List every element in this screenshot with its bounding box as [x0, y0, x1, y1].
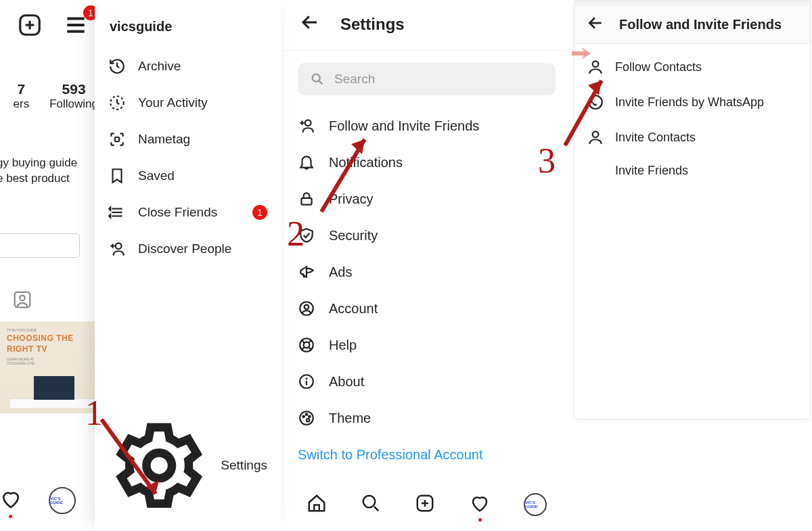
following-count: 593 [49, 81, 98, 97]
nav-home-icon[interactable] [307, 493, 327, 516]
invite-whatsapp[interactable]: Invite Friends by WhatsApp [583, 85, 802, 120]
nav-activity-icon[interactable] [470, 493, 490, 516]
drawer-archive[interactable]: Archive [95, 48, 281, 85]
tagged-tab-icon[interactable] [12, 290, 32, 313]
profile-bio: gy buying guide e best product [0, 156, 77, 187]
svg-line-34 [309, 347, 311, 350]
switch-pro-link[interactable]: Switch to Professional Account [283, 442, 570, 468]
step-3-label: 3 [538, 143, 556, 179]
svg-point-37 [306, 378, 307, 379]
svg-point-7 [20, 296, 25, 301]
svg-point-39 [302, 416, 304, 418]
drawer-discover[interactable]: Discover People [95, 231, 281, 267]
profile-stats: 7ers 593Following [0, 81, 98, 111]
search-placeholder: Search [334, 72, 375, 87]
svg-marker-14 [109, 214, 110, 217]
nav-new-icon[interactable] [415, 493, 435, 516]
settings-help[interactable]: Help [298, 327, 556, 363]
close-friends-badge: 1 [252, 205, 267, 220]
svg-line-52 [102, 419, 156, 494]
settings-theme[interactable]: Theme [298, 400, 556, 436]
back-icon[interactable] [587, 14, 604, 35]
invite-friends[interactable]: Invite Friends [583, 155, 802, 187]
drawer-close-friends[interactable]: Close Friends 1 [95, 194, 281, 231]
svg-line-32 [309, 340, 311, 342]
nav-search-icon[interactable] [361, 493, 381, 516]
svg-point-42 [307, 419, 309, 421]
svg-point-22 [305, 120, 311, 126]
svg-line-26 [303, 273, 304, 278]
settings-search[interactable]: Search [298, 63, 556, 95]
svg-rect-9 [115, 137, 120, 142]
drawer-nametag[interactable]: Nametag [95, 121, 281, 158]
settings-title: Settings [340, 15, 405, 34]
drawer-item-label: Archive [138, 59, 181, 74]
follow-invite-title: Follow and Invite Friends [619, 17, 782, 32]
back-icon[interactable] [300, 12, 320, 37]
follow-contacts[interactable]: Follow Contacts [583, 49, 802, 85]
svg-rect-6 [15, 292, 30, 308]
step-3-arrow [558, 71, 612, 152]
svg-line-21 [319, 81, 323, 85]
svg-marker-13 [109, 207, 110, 210]
drawer-item-label: Your Activity [138, 95, 208, 110]
svg-point-41 [309, 416, 311, 418]
svg-point-28 [304, 305, 309, 310]
drawer-settings-label: Settings [221, 458, 267, 473]
settings-ads[interactable]: Ads [298, 254, 556, 290]
step-2-arrow [308, 127, 376, 222]
drawer-saved[interactable]: Saved [95, 158, 281, 194]
invite-contacts[interactable]: Invite Contacts [583, 120, 802, 155]
svg-point-43 [363, 496, 376, 508]
drawer-activity[interactable]: Your Activity [95, 85, 281, 121]
svg-line-44 [374, 507, 378, 511]
drawer-item-label: Close Friends [138, 205, 217, 220]
drawer-item-label: Discover People [138, 241, 231, 256]
svg-point-15 [116, 243, 122, 249]
menu-icon[interactable]: 1 [63, 12, 89, 41]
settings-about[interactable]: About [298, 363, 556, 400]
svg-point-30 [304, 342, 310, 348]
step-1-arrow [95, 413, 169, 507]
edit-profile-button[interactable] [0, 233, 80, 258]
profile-avatar[interactable]: VIC'S GUIDE [49, 487, 76, 514]
settings-panel: Settings Search Follow and Invite Friend… [283, 0, 570, 531]
activity-icon[interactable] [0, 488, 22, 513]
follow-invite-panel: Follow and Invite Friends Follow Contact… [574, 0, 811, 419]
svg-point-49 [593, 61, 599, 67]
svg-line-33 [301, 347, 304, 350]
drawer-item-label: Nametag [138, 132, 190, 147]
settings-security[interactable]: Security [298, 217, 556, 254]
svg-point-20 [313, 74, 320, 82]
nav-profile-avatar[interactable]: VIC'S GUIDE [524, 493, 547, 516]
followers-count: 7 [14, 81, 30, 97]
new-post-icon[interactable] [17, 12, 43, 41]
svg-point-40 [306, 413, 308, 415]
drawer-item-label: Saved [138, 168, 175, 183]
svg-line-31 [301, 340, 304, 342]
pointer-hand-icon [572, 47, 591, 60]
svg-marker-58 [572, 47, 591, 60]
drawer-username: vicsguide [95, 0, 281, 48]
step-2-label: 2 [287, 216, 304, 252]
settings-account[interactable]: Account [298, 290, 556, 327]
